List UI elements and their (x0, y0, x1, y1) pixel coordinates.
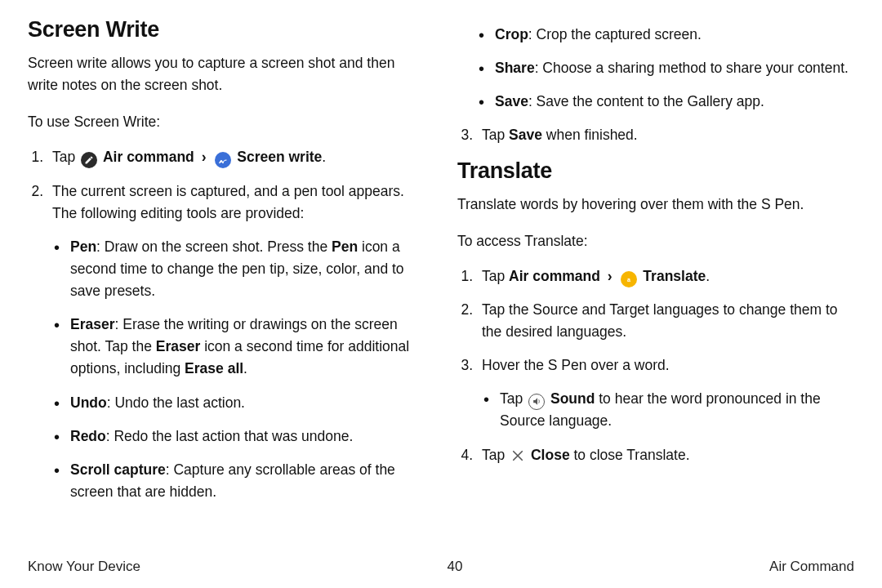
chevron-icon: › (608, 265, 612, 287)
step1-prefix: Tap (52, 149, 79, 165)
manual-page: Screen Write Screen write allows you to … (0, 0, 882, 514)
step2-text: The current screen is captured, and a pe… (52, 183, 404, 221)
scroll-label: Scroll capture (70, 461, 166, 478)
t-step-3: Hover the S Pen over a word. Tap Sound t… (477, 354, 854, 432)
t-step1-prefix: Tap (482, 268, 509, 284)
translate-lead: To access Translate: (457, 230, 854, 252)
tool-save: Save: Save the content to the Gallery ap… (493, 91, 854, 113)
redo-label: Redo (70, 428, 106, 444)
tools-continuation: Crop: Crop the captured screen. Share: C… (457, 24, 854, 113)
undo-desc: : Undo the last action. (107, 394, 245, 411)
lead-text: To use Screen Write: (28, 111, 425, 133)
pen-icon (81, 152, 97, 168)
screen-write-steps-cont: Tap Save when finished. (457, 124, 854, 146)
heading-screen-write: Screen Write (28, 17, 425, 42)
t-step4-suffix: to close Translate. (570, 447, 690, 463)
page-footer: Know Your Device 40 Air Command (28, 559, 854, 575)
crop-desc: : Crop the captured screen. (528, 26, 702, 42)
t-step3-text: Hover the S Pen over a word. (482, 357, 670, 373)
screen-write-steps: Tap Air command › Screen write. The curr… (28, 146, 425, 503)
close-label: Close (531, 447, 570, 463)
footer-left: Know Your Device (28, 559, 140, 575)
pen-bold2: Pen (332, 238, 358, 255)
save-desc: : Save the content to the Gallery app. (528, 93, 764, 109)
t-air-command-label: Air command (509, 268, 600, 284)
eraser-bold3: Erase all (185, 360, 243, 376)
t-step3-sound: Tap Sound to hear the word pronounced in… (498, 388, 854, 432)
step-1: Tap Air command › Screen write. (47, 146, 425, 168)
translate-steps: Tap Air command › a Translate. Tap the S… (457, 265, 854, 466)
t-step3-sub: Tap Sound to hear the word pronounced in… (482, 388, 854, 432)
sound-label: Sound (550, 390, 595, 407)
footer-page: 40 (448, 559, 463, 575)
footer-right: Air Command (769, 559, 854, 575)
t-step1-suffix: . (706, 268, 710, 284)
pen-desc1: : Draw on the screen shot. Press the (96, 238, 332, 255)
tool-undo: Undo: Undo the last action. (69, 392, 425, 414)
step-3: Tap Save when finished. (477, 124, 854, 146)
pen-label: Pen (70, 238, 96, 255)
tool-crop: Crop: Crop the captured screen. (493, 24, 854, 46)
editing-tools-list: Pen: Draw on the screen shot. Press the … (52, 236, 425, 503)
sound-icon (528, 394, 545, 410)
close-icon (510, 448, 525, 463)
translate-icon: a (621, 271, 637, 287)
editing-tools-list-cont: Crop: Crop the captured screen. Share: C… (457, 24, 854, 113)
tool-eraser: Eraser: Erase the writing or drawings on… (69, 314, 425, 380)
t-step3-sub-suffix: to hear the word pronounced in the Sourc… (500, 390, 821, 429)
t-step4-prefix: Tap (482, 447, 509, 463)
left-column: Screen Write Screen write allows you to … (28, 12, 425, 514)
tool-pen: Pen: Draw on the screen shot. Press the … (69, 236, 425, 302)
right-column: Crop: Crop the captured screen. Share: C… (457, 12, 854, 514)
eraser-bold2: Eraser (156, 338, 201, 354)
crop-label: Crop (495, 26, 528, 42)
eraser-label: Eraser (70, 316, 115, 332)
eraser-desc3: . (243, 360, 247, 376)
save-label: Save (495, 93, 528, 109)
step3-prefix: Tap (482, 127, 509, 143)
t-step-1: Tap Air command › a Translate. (477, 265, 854, 287)
tool-redo: Redo: Redo the last action that was undo… (69, 425, 425, 448)
t-step-4: Tap Close to close Translate. (477, 444, 854, 466)
translate-label: Translate (643, 268, 706, 284)
step3-bold: Save (509, 127, 542, 143)
air-command-label: Air command (103, 149, 194, 165)
screen-write-label: Screen write (237, 149, 322, 165)
t-step3-sub-prefix: Tap (500, 390, 527, 407)
share-label: Share (495, 60, 535, 76)
svg-text:a: a (628, 276, 631, 282)
share-desc: : Choose a sharing method to share your … (535, 60, 849, 76)
step-2: The current screen is captured, and a pe… (47, 180, 425, 504)
step3-suffix: when finished. (542, 127, 638, 143)
screen-write-icon (215, 152, 231, 168)
heading-translate: Translate (457, 158, 854, 184)
chevron-icon: › (202, 146, 207, 168)
intro-text: Screen write allows you to capture a scr… (28, 52, 425, 96)
step1-suffix: . (322, 149, 326, 165)
tool-share: Share: Choose a sharing method to share … (493, 57, 854, 79)
tool-scroll-capture: Scroll capture: Capture any scrollable a… (69, 459, 425, 503)
t-step-2: Tap the Source and Target languages to c… (477, 299, 854, 343)
redo-desc: : Redo the last action that was undone. (106, 428, 354, 444)
undo-label: Undo (70, 394, 107, 411)
translate-intro: Translate words by hovering over them wi… (457, 194, 854, 216)
